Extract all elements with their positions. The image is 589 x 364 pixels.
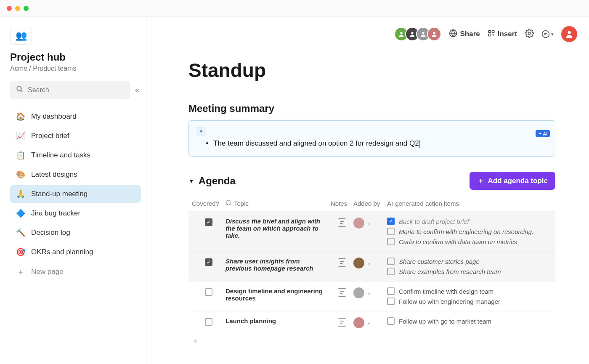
collaborator-avatars[interactable] — [394, 27, 441, 41]
minimize-window-button[interactable] — [15, 6, 20, 11]
search-box[interactable] — [10, 81, 130, 99]
add-agenda-topic-button[interactable]: ＋ Add agenda topic — [470, 172, 555, 190]
agenda-topic[interactable]: Discuss the brief and align with the tea… — [226, 218, 331, 239]
action-checkbox[interactable] — [387, 228, 395, 235]
col-addedby: Added by — [353, 200, 387, 207]
collapse-sidebar-icon[interactable]: « — [133, 86, 141, 95]
agenda-row[interactable]: Launch planning⌄Follow up with go to mar… — [188, 311, 555, 334]
action-checkbox[interactable] — [387, 258, 395, 265]
svg-point-5 — [433, 32, 435, 34]
sidebar-item-timeline-and-tasks[interactable]: 📋Timeline and tasks — [10, 146, 141, 164]
collaborator-avatar[interactable] — [427, 27, 441, 41]
note-icon[interactable] — [338, 218, 346, 227]
search-input[interactable] — [28, 86, 124, 94]
action-items: Share customer stories pageShare example… — [387, 258, 552, 275]
added-by-avatar[interactable] — [353, 218, 364, 228]
page-title[interactable]: Standup — [188, 59, 555, 82]
action-text: Maria to confirm with engineering on res… — [399, 228, 533, 235]
action-text: Share examples from research team — [399, 268, 501, 275]
action-item[interactable]: Share customer stories page — [387, 258, 552, 265]
maximize-window-button[interactable] — [24, 6, 29, 11]
breadcrumb[interactable]: Acme / Product teams — [10, 65, 141, 72]
action-checkbox[interactable] — [387, 268, 395, 275]
sidebar-item-my-dashboard[interactable]: 🏠My dashboard — [10, 108, 141, 125]
col-notes: Notes — [331, 200, 353, 207]
action-text: Confirm timeline with design team — [399, 288, 493, 295]
close-window-button[interactable] — [7, 6, 12, 11]
note-icon[interactable] — [338, 318, 346, 327]
chevron-down-icon[interactable]: ⌄ — [367, 258, 371, 266]
added-by-avatar[interactable] — [353, 258, 364, 268]
nav-icon: 📈 — [16, 131, 25, 141]
action-items: Confirm timeline with design teamFollow … — [387, 287, 552, 305]
chevron-down-icon[interactable]: ⌄ — [367, 287, 371, 296]
note-icon[interactable] — [338, 258, 346, 267]
action-checkbox[interactable] — [387, 287, 395, 295]
sidebar-item-decision-log[interactable]: 🔨Decision log — [10, 224, 141, 242]
agenda-topic[interactable]: Launch planning — [226, 317, 331, 324]
search-icon — [16, 85, 24, 95]
agenda-topic[interactable]: Share user insights from previous homepa… — [226, 258, 331, 272]
svg-point-11 — [542, 31, 549, 38]
covered-checkbox[interactable]: ✓ — [205, 218, 212, 226]
summary-bullet[interactable]: The team discussed and aligned on option… — [213, 139, 547, 148]
action-text: Share customer stories page — [399, 258, 480, 265]
svg-point-3 — [411, 32, 414, 34]
action-text: Follow up with go to market team — [399, 318, 491, 325]
action-item[interactable]: Share examples from research team — [387, 268, 552, 275]
summary-title: Meeting summary — [188, 103, 555, 114]
add-row-button[interactable]: + — [188, 334, 555, 349]
insert-button[interactable]: Insert — [488, 29, 517, 39]
action-item[interactable]: Carlo to confirm with data team on metri… — [387, 238, 552, 245]
action-item[interactable]: Follow up with go to market team — [387, 317, 552, 325]
agenda-row[interactable]: Design timeline and engineering resource… — [188, 281, 555, 311]
nav-icon: 🙏 — [16, 189, 25, 199]
summary-list: The team discussed and aligned on option… — [196, 139, 547, 148]
user-avatar[interactable] — [561, 26, 577, 42]
added-by-avatar[interactable] — [353, 317, 364, 328]
new-page-label: New page — [31, 268, 64, 276]
chevron-down-icon[interactable]: ⌄ — [367, 317, 371, 326]
sidebar-item-jira-bug-tracker[interactable]: 🔷Jira bug tracker — [10, 205, 141, 222]
action-checkbox[interactable] — [387, 298, 395, 305]
action-item[interactable]: Follow up with engineering manager — [387, 298, 552, 305]
action-item[interactable]: Maria to confirm with engineering on res… — [387, 228, 552, 235]
covered-checkbox[interactable] — [205, 318, 212, 326]
share-button[interactable]: Share — [449, 29, 480, 40]
ai-badge[interactable]: ✦ AI — [536, 130, 550, 137]
agenda-topic[interactable]: Design timeline and engineering resource… — [226, 287, 331, 302]
col-actions: AI-generated action items — [387, 200, 552, 207]
action-checkbox[interactable]: ✓ — [387, 218, 395, 225]
workspace-icon[interactable]: 👥 — [10, 27, 32, 45]
sidebar-item-latest-designs[interactable]: 🎨Latest designs — [10, 166, 141, 183]
action-text: Buck to draft project brief — [399, 218, 469, 225]
comments-icon[interactable]: ▾ — [541, 30, 554, 38]
sidebar-item-stand-up-meeting[interactable]: 🙏Stand-up meeting — [10, 185, 141, 203]
svg-rect-7 — [488, 30, 491, 32]
nav-icon: 🔨 — [16, 228, 25, 237]
main: Share Insert ▾ Standup Meeting summary — [146, 17, 589, 364]
added-by-avatar[interactable] — [353, 287, 364, 298]
nav-label: Latest designs — [31, 170, 77, 179]
chevron-down-icon[interactable]: ⌄ — [367, 218, 371, 226]
agenda-row[interactable]: ✓Share user insights from previous homep… — [188, 251, 555, 281]
note-icon[interactable] — [338, 288, 346, 297]
agenda-row[interactable]: ✓Discuss the brief and align with the te… — [188, 211, 555, 251]
sidebar-item-okrs-and-planning[interactable]: 🎯OKRs and planning — [10, 243, 141, 261]
action-checkbox[interactable] — [387, 238, 395, 245]
covered-checkbox[interactable] — [205, 288, 212, 296]
agenda-caret-icon[interactable]: ▼ — [188, 178, 194, 184]
action-item[interactable]: ✓Buck to draft project brief — [387, 218, 552, 225]
bookmark-icon — [226, 200, 231, 207]
settings-icon[interactable] — [525, 29, 534, 40]
chevron-down-icon: ▾ — [551, 32, 554, 37]
summary-box[interactable]: ✦ The team discussed and aligned on opti… — [188, 120, 555, 157]
covered-checkbox[interactable]: ✓ — [205, 258, 212, 266]
nav-icon: 🎯 — [16, 247, 25, 257]
action-item[interactable]: Confirm timeline with design team — [387, 287, 552, 295]
action-checkbox[interactable] — [387, 317, 395, 325]
agenda-header: ▼ Agenda ＋ Add agenda topic — [188, 172, 555, 190]
new-page-button[interactable]: ＋New page — [10, 263, 141, 281]
sidebar-item-project-brief[interactable]: 📈Project brief — [10, 127, 141, 145]
nav-label: Project brief — [31, 132, 69, 140]
